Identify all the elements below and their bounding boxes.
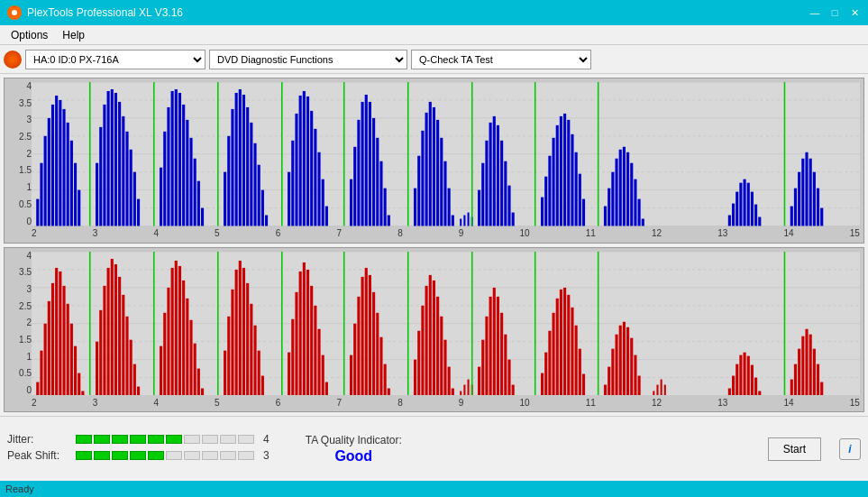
svg-rect-245 [425, 285, 428, 395]
peak-seg-2 [94, 451, 110, 460]
svg-rect-276 [567, 294, 570, 395]
svg-rect-127 [604, 207, 607, 226]
svg-rect-300 [744, 352, 746, 395]
svg-rect-233 [361, 276, 364, 395]
svg-rect-44 [186, 120, 188, 226]
svg-rect-38 [163, 132, 166, 226]
svg-rect-20 [70, 141, 73, 226]
svg-rect-186 [118, 276, 121, 395]
svg-rect-287 [623, 321, 626, 395]
svg-rect-56 [246, 107, 249, 226]
drive-select[interactable]: HA:0 ID:0 PX-716A [25, 50, 206, 69]
svg-rect-73 [325, 207, 328, 226]
svg-rect-116 [548, 156, 551, 226]
svg-rect-278 [575, 325, 578, 395]
svg-rect-254 [463, 384, 465, 395]
start-button[interactable]: Start [768, 437, 821, 461]
y-label: 0.5 [19, 200, 32, 209]
svg-rect-152 [805, 152, 808, 226]
title-bar-left: PlexTools Professional XL V3.16 [7, 5, 183, 20]
svg-rect-59 [258, 165, 260, 226]
svg-rect-195 [167, 287, 169, 395]
svg-rect-172 [59, 271, 61, 395]
x-label: 9 [459, 398, 464, 408]
bottom-chart-y-axis: 4 3.5 3 2.5 2 1.5 1 0.5 0 [6, 252, 32, 396]
svg-rect-210 [239, 260, 242, 395]
svg-rect-286 [619, 325, 622, 395]
x-label: 4 [153, 228, 159, 238]
svg-rect-140 [736, 192, 738, 226]
svg-rect-189 [130, 339, 132, 395]
svg-rect-149 [794, 189, 797, 226]
minimize-button[interactable]: — [809, 6, 821, 19]
svg-rect-114 [541, 198, 544, 226]
toolbar: HA:0 ID:0 PX-716A DVD Diagnostic Functio… [0, 45, 868, 74]
svg-rect-303 [754, 377, 757, 395]
x-label: 7 [336, 228, 342, 238]
svg-rect-247 [433, 280, 435, 395]
bottom-chart-inner [32, 252, 860, 396]
svg-rect-70 [314, 129, 316, 226]
menu-options[interactable]: Options [4, 27, 55, 43]
svg-rect-151 [801, 159, 804, 226]
info-button[interactable]: i [839, 438, 861, 460]
svg-rect-135 [634, 179, 636, 226]
svg-rect-122 [571, 134, 573, 226]
test-select[interactable]: Q-Check TA Test [411, 50, 591, 69]
svg-rect-182 [103, 285, 105, 395]
svg-rect-238 [379, 336, 382, 395]
function-select[interactable]: DVD Diagnostic Functions [209, 50, 407, 69]
svg-rect-84 [384, 189, 387, 226]
maximize-button[interactable]: □ [828, 6, 841, 19]
svg-rect-144 [751, 192, 754, 226]
svg-rect-171 [55, 267, 58, 395]
svg-rect-261 [489, 296, 492, 395]
svg-rect-266 [507, 359, 510, 395]
svg-rect-169 [48, 300, 50, 395]
svg-rect-234 [365, 267, 368, 395]
svg-rect-57 [250, 123, 252, 226]
menu-help[interactable]: Help [55, 27, 92, 43]
svg-rect-97 [452, 216, 454, 226]
svg-rect-110 [504, 161, 507, 226]
svg-rect-306 [790, 379, 793, 395]
x-label: 5 [215, 228, 220, 238]
title-bar-controls: — □ ✕ [809, 6, 861, 19]
svg-rect-46 [194, 159, 196, 226]
svg-rect-290 [634, 354, 636, 395]
svg-rect-199 [182, 280, 185, 395]
svg-rect-72 [322, 179, 324, 226]
svg-rect-123 [575, 152, 578, 226]
svg-rect-240 [388, 388, 390, 395]
svg-rect-202 [194, 343, 196, 395]
svg-rect-130 [615, 159, 617, 226]
svg-rect-308 [798, 348, 800, 395]
svg-rect-267 [512, 384, 515, 395]
x-label: 8 [397, 398, 403, 408]
jitter-seg-4 [130, 435, 146, 444]
svg-rect-15 [51, 105, 54, 226]
svg-rect-156 [820, 208, 823, 226]
svg-rect-52 [231, 109, 233, 226]
bottom-chart: 4 3.5 3 2.5 2 1.5 1 0.5 0 [4, 247, 864, 413]
svg-rect-265 [504, 334, 507, 395]
x-label: 12 [652, 228, 662, 238]
svg-rect-94 [440, 138, 443, 226]
svg-rect-280 [582, 373, 585, 395]
svg-rect-285 [615, 334, 617, 395]
svg-rect-313 [817, 364, 819, 395]
svg-rect-243 [417, 330, 420, 395]
svg-rect-137 [642, 219, 644, 226]
close-button[interactable]: ✕ [848, 6, 861, 19]
svg-rect-311 [809, 334, 812, 395]
svg-rect-284 [611, 348, 614, 395]
x-label: 2 [32, 398, 37, 408]
svg-rect-255 [468, 379, 470, 395]
svg-rect-200 [186, 298, 188, 395]
svg-rect-30 [118, 102, 121, 226]
svg-rect-173 [62, 285, 65, 395]
jitter-seg-5 [148, 435, 164, 444]
svg-rect-153 [809, 159, 812, 226]
svg-rect-115 [544, 177, 547, 226]
x-label: 6 [276, 398, 281, 408]
